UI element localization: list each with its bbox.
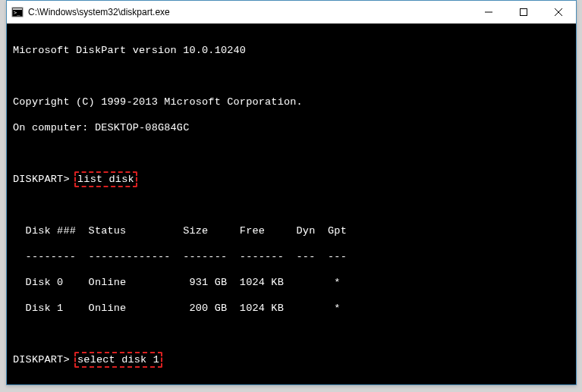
titlebar[interactable]: >_ C:\Windows\system32\diskpart.exe bbox=[7, 1, 576, 24]
copyright-line: Copyright (C) 1999-2013 Microsoft Corpor… bbox=[13, 96, 570, 108]
version-line: Microsoft DiskPart version 10.0.10240 bbox=[13, 44, 570, 57]
command-2: select disk 1 bbox=[77, 354, 159, 365]
prompt-label: DISKPART> bbox=[13, 174, 70, 185]
command-1: list disk bbox=[77, 174, 134, 185]
table-divider: -------- ------------- ------- ------- -… bbox=[13, 250, 570, 263]
blank-line bbox=[13, 379, 570, 384]
command-1-highlight: list disk bbox=[74, 171, 137, 187]
blank-line bbox=[13, 328, 570, 340]
computer-line: On computer: DESKTOP-08G84GC bbox=[13, 121, 570, 134]
svg-text:>_: >_ bbox=[14, 10, 20, 16]
table-row: Disk 0 Online 931 GB 1024 KB * bbox=[13, 276, 570, 289]
svg-rect-4 bbox=[521, 9, 527, 16]
window-title: C:\Windows\system32\diskpart.exe bbox=[28, 7, 471, 17]
blank-line bbox=[13, 70, 570, 83]
app-icon: >_ bbox=[11, 6, 24, 18]
minimize-button[interactable] bbox=[471, 1, 506, 24]
maximize-button[interactable] bbox=[506, 1, 541, 24]
prompt-line-2: DISKPART> select disk 1 bbox=[13, 353, 570, 366]
console-window: >_ C:\Windows\system32\diskpart.exe Micr… bbox=[6, 0, 577, 385]
window-controls bbox=[471, 1, 576, 24]
prompt-line-1: DISKPART> list disk bbox=[13, 173, 570, 186]
table-row: Disk 1 Online 200 GB 1024 KB * bbox=[13, 302, 570, 315]
blank-line bbox=[13, 147, 570, 160]
close-button[interactable] bbox=[541, 1, 576, 24]
blank-line bbox=[13, 199, 570, 212]
prompt-label: DISKPART> bbox=[13, 354, 70, 365]
table-header: Disk ### Status Size Free Dyn Gpt bbox=[13, 224, 570, 237]
terminal-output[interactable]: Microsoft DiskPart version 10.0.10240 Co… bbox=[7, 24, 576, 384]
command-2-highlight: select disk 1 bbox=[74, 352, 162, 368]
